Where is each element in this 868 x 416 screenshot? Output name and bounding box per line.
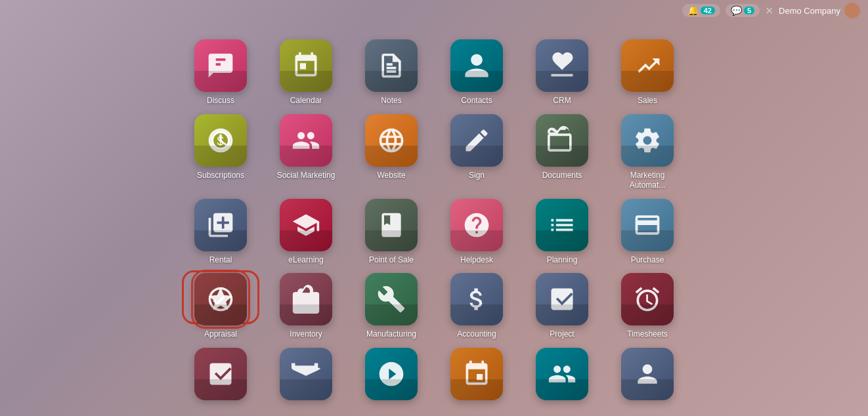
avatar [844,3,860,18]
app-icon-crm [536,39,588,92]
app-icon-notes [365,39,418,92]
app-item-discuss[interactable]: Discuss [184,39,257,106]
app-label-marketingautomat: Marketing Automat... [611,171,684,191]
app-label-purchase: Purchase [631,255,664,266]
app-item-sales[interactable]: Sales [611,39,684,106]
app-icon-timesheets [621,273,674,325]
notifications-badge[interactable]: 🔔 42 [682,4,720,17]
company-selector[interactable]: Demo Company [779,3,860,18]
app-icon-bottom2 [280,348,332,400]
app-label-socialmarketing: Social Marketing [277,171,336,181]
svg-text:$: $ [217,134,224,148]
app-item-notes[interactable]: Notes [355,39,427,106]
app-icon-bottom5 [536,348,588,400]
app-icon-helpdesk [450,199,503,251]
app-item-bottom2[interactable] [270,348,342,404]
app-item-accounting[interactable]: Accounting [441,273,513,340]
app-label-planning: Planning [547,255,578,266]
app-icon-bottom1 [194,348,247,400]
app-icon-purchase [621,199,674,251]
app-item-subscriptions[interactable]: $Subscriptions [184,114,257,191]
app-label-notes: Notes [381,96,401,106]
messages-badge[interactable]: 💬 5 [726,4,760,17]
app-icon-socialmarketing [280,114,332,167]
app-icon-sign [450,114,503,167]
app-label-documents: Documents [542,171,582,181]
app-item-inventory[interactable]: Inventory [270,273,342,340]
app-label-sales: Sales [638,96,657,106]
app-icon-pointofsale [365,199,418,251]
app-icon-sales [621,39,674,92]
app-icon-appraisal [194,273,247,325]
app-icon-manufacturing [365,273,418,325]
app-item-bottom6[interactable] [611,348,684,404]
app-icon-website [365,114,418,167]
app-item-appraisal[interactable]: Appraisal [184,273,257,340]
app-item-sign[interactable]: Sign [441,114,513,191]
app-icon-bottom4 [450,348,503,400]
app-item-purchase[interactable]: Purchase [611,199,684,266]
app-icon-contacts [450,39,503,92]
app-item-timesheets[interactable]: Timesheets [611,273,684,340]
app-icon-discuss [194,39,247,92]
app-label-sign: Sign [469,171,485,181]
app-label-rental: Rental [209,255,232,266]
app-item-bottom1[interactable] [184,348,257,404]
notifications-count: 42 [701,7,715,14]
app-grid: DiscussCalendarNotesContactsCRMSales$Sub… [171,26,697,416]
app-item-bottom5[interactable] [526,348,598,404]
app-item-crm[interactable]: CRM [526,39,598,106]
app-icon-planning [536,199,588,251]
app-icon-project [536,273,588,325]
app-label-discuss: Discuss [207,96,234,106]
app-item-website[interactable]: Website [355,114,427,191]
app-label-manufacturing: Manufacturing [366,329,416,340]
app-item-contacts[interactable]: Contacts [441,39,513,106]
app-icon-bottom6 [621,348,674,400]
app-label-appraisal: Appraisal [204,329,237,340]
app-icon-inventory [280,273,332,325]
app-label-helpdesk: Helpdesk [460,255,493,266]
app-item-project[interactable]: Project [526,273,598,340]
app-label-inventory: Inventory [290,329,322,340]
app-icon-elearning [280,199,332,251]
app-label-elearning: eLearning [288,255,323,266]
app-label-calendar: Calendar [290,96,322,106]
app-icon-calendar [280,39,332,92]
app-icon-rental [194,199,247,251]
app-icon-documents [536,114,588,167]
app-icon-bottom3 [365,348,418,400]
app-label-contacts: Contacts [461,96,492,106]
messages-count: 5 [744,7,754,14]
app-item-pointofsale[interactable]: Point of Sale [355,199,427,266]
app-label-timesheets: Timesheets [627,329,668,340]
app-item-elearning[interactable]: eLearning [270,199,342,266]
app-item-socialmarketing[interactable]: Social Marketing [270,114,342,191]
app-item-bottom3[interactable] [355,348,427,404]
app-label-subscriptions: Subscriptions [197,171,244,181]
app-icon-subscriptions: $ [194,114,247,167]
top-bar: 🔔 42 💬 5 ✕ Demo Company [674,0,868,21]
app-label-website: Website [377,171,405,181]
app-item-rental[interactable]: Rental [184,199,257,266]
app-label-crm: CRM [553,96,571,106]
separator: ✕ [765,5,773,17]
app-icon-marketingautomat [621,114,674,167]
app-label-pointofsale: Point of Sale [369,255,414,266]
app-item-calendar[interactable]: Calendar [270,39,342,106]
company-name: Demo Company [779,6,840,16]
app-item-documents[interactable]: Documents [526,114,598,191]
app-item-bottom4[interactable] [441,348,513,404]
app-label-project: Project [550,329,574,340]
app-icon-accounting [450,273,503,325]
app-item-marketingautomat[interactable]: Marketing Automat... [611,114,684,191]
app-item-helpdesk[interactable]: Helpdesk [441,199,513,266]
app-item-planning[interactable]: Planning [526,199,598,266]
app-label-accounting: Accounting [457,329,496,340]
app-item-manufacturing[interactable]: Manufacturing [355,273,427,340]
